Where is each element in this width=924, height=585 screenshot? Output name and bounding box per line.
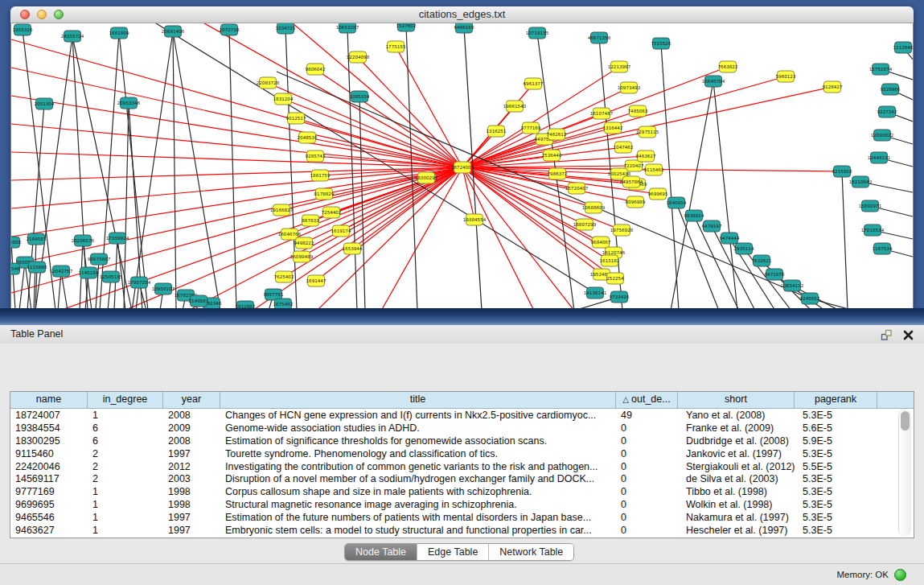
column-header-title[interactable]: title [220,392,616,408]
citation-edge-black[interactable] [713,81,737,310]
table-cell[interactable]: Estimation of the future numbers of pati… [220,511,616,524]
table-cell[interactable]: 9465546 [10,511,88,524]
table-cell[interactable]: 2 [88,447,163,460]
graph-node[interactable]: 252254 [606,273,624,284]
table-cell[interactable]: Yano et al. (2008) [678,409,795,422]
citation-edge-black[interactable] [11,242,15,310]
graph-node[interactable]: 1145194 [79,267,99,278]
citation-edge-red[interactable] [11,167,462,265]
graph-node[interactable]: 1316251 [487,126,507,137]
graph-node[interactable]: 17359924 [106,233,129,244]
graph-node[interactable]: 8215958 [832,166,852,177]
graph-node[interactable]: 2048536 [298,132,318,143]
table-row[interactable]: 1830029562008Estimation of significance … [10,435,914,447]
citation-edge-black[interactable] [661,43,679,310]
network-window-titlebar[interactable]: citations_edges.txt [10,6,914,23]
graph-node[interactable]: 7515526 [651,38,671,49]
network-view[interactable]: 1872400719553262435572416618092069140620… [10,23,914,310]
graph-node[interactable]: 90975887 [88,253,111,265]
graph-node[interactable]: 1615182 [600,255,620,266]
table-cell[interactable]: 2003 [163,472,220,485]
table-cell[interactable]: 0 [616,435,678,447]
graph-node[interactable]: 1640954 [667,197,687,208]
graph-node[interactable]: 1691447 [306,275,326,286]
table-cell[interactable]: 5.3E-5 [795,485,877,498]
graph-node[interactable]: 10719135 [526,27,549,39]
table-cell[interactable]: 19384554 [10,422,88,435]
table-cell[interactable]: Tibbo et al. (1998) [678,485,795,498]
graph-node[interactable]: 17016534 [861,225,885,236]
node-attribute-table[interactable]: namein_degreeyeartitle△out_de...shortpag… [10,391,914,538]
graph-node[interactable]: 9684067 [591,237,611,248]
graph-node[interactable]: 17957254 [128,277,151,288]
graph-node[interactable]: 10654112 [781,280,803,291]
graph-node[interactable]: 8471676 [765,269,785,280]
citation-edge-black[interactable] [173,31,176,310]
graph-node[interactable]: 12093822 [871,130,893,141]
graph-node[interactable]: 1861759 [310,170,331,181]
table-cell[interactable]: 2 [88,472,163,485]
table-cell[interactable]: 49 [616,409,678,422]
table-cell[interactable]: 5.3E-5 [795,511,877,524]
table-cell[interactable]: 1998 [163,498,220,511]
graph-node[interactable]: 2184581 [27,233,47,245]
table-cell[interactable]: 6 [88,435,163,447]
graph-node[interactable]: 1047462 [614,142,634,153]
table-row[interactable]: 1872400712008Changes of HCN gene express… [10,409,914,422]
close-panel-icon[interactable] [902,329,914,341]
citation-edge-red[interactable] [462,167,610,261]
graph-node[interactable]: 1115688 [27,262,47,273]
column-header-short[interactable]: short [678,392,795,408]
graph-node[interactable]: 5960123 [776,71,796,82]
network-window[interactable]: citations_edges.txt 18724007195532624355… [10,6,914,310]
table-cell[interactable]: Genome-wide association studies in ADHD. [220,422,616,435]
graph-node[interactable]: 1085334 [350,91,370,102]
table-cell[interactable]: 5.3E-5 [795,498,877,511]
table-cell[interactable]: Jankovic et al. (1997) [678,447,795,460]
table-cell[interactable]: 0 [616,511,678,524]
graph-node[interactable]: 7632621 [752,255,772,266]
table-cell[interactable]: 2008 [163,409,220,422]
table-cell[interactable]: 9463627 [10,524,88,537]
table-cell[interactable]: Estimation of significance thresholds fo… [220,435,616,447]
citation-edge-black[interactable] [842,171,848,310]
graph-node[interactable]: 20691406 [162,26,185,37]
graph-node[interactable]: 19384554 [463,214,487,225]
table-cell[interactable]: 1 [88,524,163,537]
graph-node[interactable]: 7986372 [548,168,568,179]
table-cell[interactable]: 1 [88,485,163,498]
graph-node[interactable]: 1831204 [273,93,294,105]
graph-node[interactable]: 12505135 [100,271,123,282]
table-cell[interactable]: 0 [616,498,678,511]
graph-node[interactable]: 16648784 [702,76,725,87]
graph-node[interactable]: 6466160 [454,23,474,33]
graph-node[interactable]: 2626085 [11,237,22,248]
table-row[interactable]: 969969511998Structural magnetic resonanc… [10,498,914,511]
table-cell[interactable]: Stergiakouli et al. (2012) [678,460,795,473]
network-graph[interactable]: 1872400719553262435572416618092069140620… [11,23,913,310]
graph-node[interactable]: 2935114 [734,243,754,254]
graph-node[interactable]: 9699695 [648,188,668,200]
graph-node[interactable]: 84957864 [620,176,643,187]
table-cell[interactable]: 9115460 [10,447,88,460]
table-cell[interactable]: 5.3E-5 [795,409,877,422]
table-cell[interactable]: Wolkin et al. (1998) [678,498,795,511]
table-row[interactable]: 977716911998Corpus callosum shape and si… [10,485,914,498]
table-cell[interactable]: 5.5E-5 [795,460,877,473]
table-cell[interactable]: 9777169 [10,485,88,498]
citation-edge-black[interactable] [124,103,129,310]
table-cell[interactable]: 0 [616,460,678,473]
citation-edge-black[interactable] [347,27,357,310]
table-cell[interactable]: 14569117 [10,472,88,485]
table-cell[interactable]: 1997 [163,524,220,537]
graph-node[interactable]: 391546 [11,263,20,274]
graph-node[interactable]: 9733426 [610,291,630,303]
graph-node[interactable]: 2149581 [189,295,209,307]
table-cell[interactable]: 1 [88,511,163,524]
graph-node[interactable]: 20953346 [117,97,141,109]
graph-node[interactable]: 9806042 [306,64,326,75]
table-cell[interactable]: Tourette syndrome. Phenomenology and cla… [220,447,616,460]
table-row[interactable]: 946554611997Estimation of the future num… [10,511,914,524]
graph-node[interactable]: 19166827 [270,204,294,216]
graph-node[interactable]: 8938914 [684,210,704,221]
